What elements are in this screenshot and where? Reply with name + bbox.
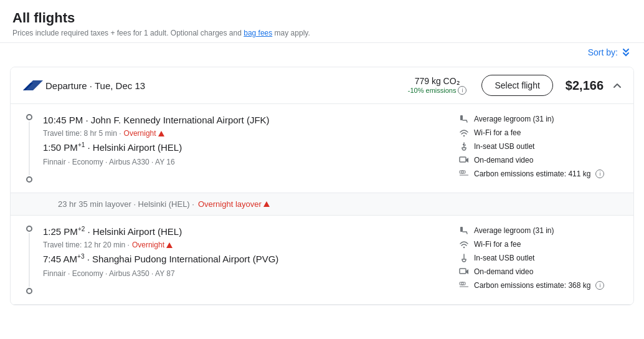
arr-time-2: 7:45 AM+3 · Shanghai Pudong Internationa…: [43, 253, 459, 264]
warning-icon-layover: [263, 201, 270, 207]
amenity-wifi-2: Wi-Fi for a fee: [459, 239, 621, 249]
airline-info-2: Finnair · Economy · Airbus A350 · AY 87: [43, 269, 459, 278]
wifi-icon: [459, 128, 469, 138]
chevron-up-icon: [611, 79, 623, 92]
price-label: $2,166: [566, 79, 604, 93]
flight-segment-2: 1:25 PM+2 · Helsinki Airport (HEL) Trave…: [11, 216, 633, 305]
svg-rect-5: [460, 157, 466, 162]
stop-dot-bottom: [26, 176, 32, 183]
segment-amenities-1: Average legroom (31 in) Wi-Fi for a fee …: [459, 114, 621, 183]
flight-segment-1: 10:45 PM · John F. Kennedy International…: [11, 104, 633, 193]
segment-left-1: 10:45 PM · John F. Kennedy International…: [43, 114, 459, 183]
flight-card-header: Departure · Tue, Dec 13 779 kg CO₂ -10% …: [11, 67, 633, 104]
stop-dot-top-2: [26, 226, 32, 232]
amenity-carbon-2: Carbon emissions estimate: 368 kg i: [459, 280, 621, 290]
page-title: All flights: [12, 10, 632, 26]
amenity-usb-2: In-seat USB outlet: [459, 253, 621, 263]
dep-airport-2: Helsinki Airport (HEL): [93, 226, 182, 237]
svg-point-2: [463, 135, 465, 136]
co2-value: 779 kg CO₂: [415, 76, 460, 86]
co2-info-icon[interactable]: i: [458, 86, 466, 95]
amenity-wifi-1: Wi-Fi for a fee: [459, 128, 621, 138]
amenity-usb-1: In-seat USB outlet: [459, 141, 621, 151]
svg-rect-9: [460, 227, 463, 232]
layover-bar: 23 hr 35 min layover · Helsinki (HEL) · …: [11, 193, 633, 216]
arr-airport-2: Shanghai Pudong International Airport (P…: [92, 254, 278, 264]
overnight-layover: Overnight layover: [198, 199, 270, 209]
travel-time-2: Travel time: 12 hr 20 min · Overnight: [43, 241, 459, 249]
co2-sub: -10% emissions i: [408, 86, 467, 95]
page-subtitle: Prices include required taxes + fees for…: [12, 29, 632, 37]
segment-left-2: 1:25 PM+2 · Helsinki Airport (HEL) Trave…: [43, 226, 459, 294]
flight-card: Departure · Tue, Dec 13 779 kg CO₂ -10% …: [10, 67, 634, 305]
arrival-info-1: 1:50 PM+1 · Helsinki Airport (HEL): [43, 141, 459, 153]
bag-fees-link[interactable]: bag fees: [244, 29, 272, 37]
stop-dot-bottom-2: [26, 288, 32, 294]
warning-icon-1: [158, 131, 164, 136]
carbon-icon-2: [459, 280, 469, 290]
dep-time-2: 1:25 PM+2 · Helsinki Airport (HEL): [43, 226, 459, 237]
svg-rect-4: [465, 145, 466, 146]
departure-label: Departure · Tue, Dec 13: [45, 80, 408, 91]
segment-amenities-2: Average legroom (31 in) Wi-Fi for a fee …: [459, 226, 621, 294]
carbon-info-icon-2[interactable]: i: [595, 281, 604, 290]
overnight-badge-2: Overnight: [132, 241, 173, 249]
sort-icon: [620, 47, 632, 58]
amenity-video-2: On-demand video: [459, 267, 621, 277]
amenity-legroom-1: Average legroom (31 in): [459, 114, 621, 124]
sort-by-button[interactable]: Sort by:: [588, 47, 632, 58]
travel-time-1: Travel time: 8 hr 5 min · Overnight: [43, 129, 459, 138]
svg-point-10: [463, 247, 465, 248]
carbon-icon-1: [459, 169, 469, 179]
airline-logo: [21, 78, 45, 93]
stop-line-2: [29, 233, 30, 287]
arrival-info-2: 7:45 AM+3 · Shanghai Pudong Internationa…: [43, 253, 459, 264]
dep-airport-1: John F. Kennedy International Airport (J…: [91, 115, 270, 125]
wifi-icon-2: [459, 239, 469, 249]
video-icon-2: [459, 267, 469, 277]
overnight-badge-1: Overnight: [124, 129, 164, 138]
legroom-icon: [459, 114, 469, 124]
amenity-legroom-2: Average legroom (31 in): [459, 226, 621, 236]
departure-info-2: 1:25 PM+2 · Helsinki Airport (HEL): [43, 226, 459, 237]
arr-time-1: 1:50 PM+1 · Helsinki Airport (HEL): [43, 141, 459, 153]
svg-rect-3: [463, 144, 464, 145]
video-icon: [459, 155, 469, 165]
usb-icon-2: [459, 253, 469, 263]
svg-rect-11: [460, 269, 466, 274]
expand-collapse-button[interactable]: [611, 79, 623, 92]
arr-airport-1: Helsinki Airport (HEL): [93, 142, 182, 153]
amenity-video-1: On-demand video: [459, 155, 621, 165]
stop-dot-top: [26, 114, 32, 120]
sort-by-label: Sort by:: [588, 47, 618, 57]
select-flight-button[interactable]: Select flight: [481, 75, 552, 96]
departure-info: 10:45 PM · John F. Kennedy International…: [43, 114, 459, 125]
svg-rect-1: [460, 115, 463, 120]
amenity-carbon-1: Carbon emissions estimate: 411 kg i: [459, 169, 621, 179]
usb-icon: [459, 141, 469, 151]
page-header: All flights Prices include required taxe…: [0, 0, 644, 62]
airline-info-1: Finnair · Economy · Airbus A330 · AY 16: [43, 158, 459, 166]
carbon-info-icon-1[interactable]: i: [595, 170, 604, 178]
co2-block: 779 kg CO₂ -10% emissions i: [408, 76, 467, 95]
sort-by-row: Sort by:: [0, 43, 644, 62]
warning-icon-2: [166, 242, 173, 248]
stop-line: [29, 122, 30, 175]
dep-time-1: 10:45 PM · John F. Kennedy International…: [43, 114, 459, 125]
legroom-icon-2: [459, 226, 469, 236]
